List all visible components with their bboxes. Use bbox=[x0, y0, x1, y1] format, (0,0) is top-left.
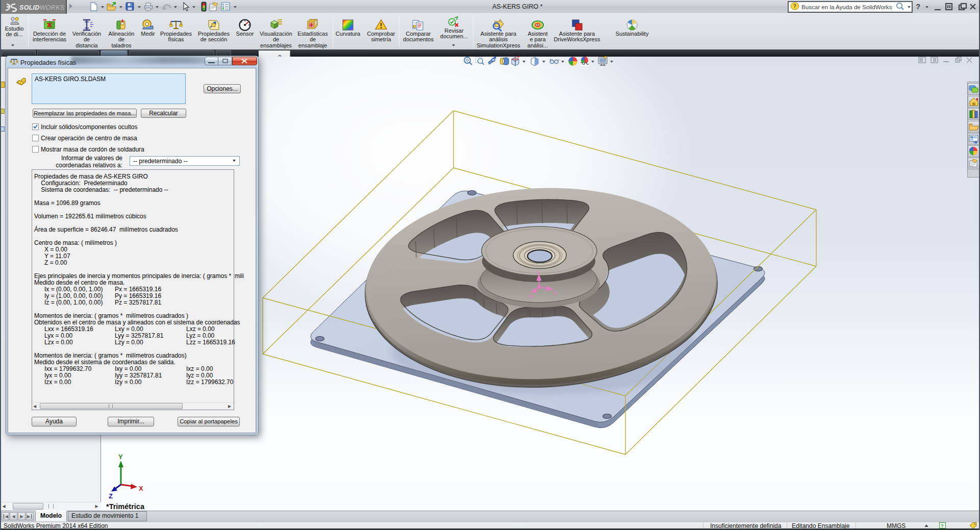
svg-text:Iz: Iz bbox=[536, 269, 541, 275]
svg-text:Z: Z bbox=[109, 492, 113, 500]
svg-text:Ix: Ix bbox=[529, 293, 534, 299]
svg-text:*Trimétrica: *Trimétrica bbox=[106, 502, 145, 511]
svg-text:Iy: Iy bbox=[553, 289, 558, 295]
svg-text:?: ? bbox=[941, 523, 944, 528]
svg-text:Y: Y bbox=[118, 453, 123, 461]
svg-text:X: X bbox=[139, 485, 143, 492]
